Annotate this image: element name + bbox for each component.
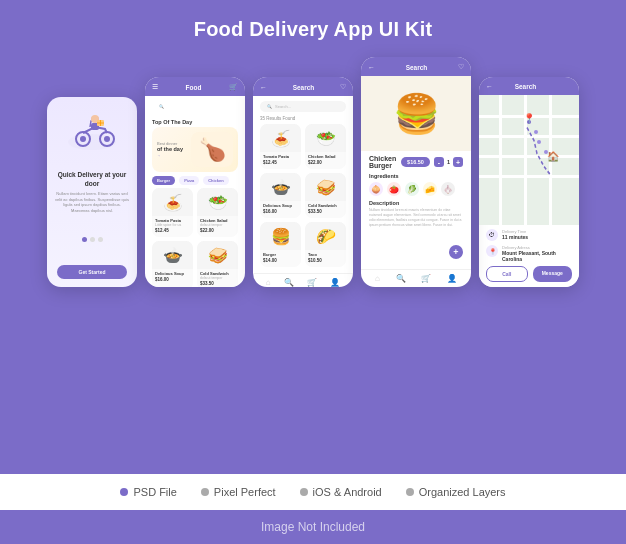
nav-search-4[interactable]: 🔍 [396,274,406,283]
feature-label-ios: iOS & Android [313,486,382,498]
food-card-3[interactable]: 🍲 Delicious Soup $16.00 [152,241,193,287]
food-card-sub-2: dola ut tempor [200,223,235,227]
svg-point-4 [104,136,110,142]
nav-cart-4[interactable]: 🛒 [421,274,431,283]
results-label: 35 Results Found [253,114,353,124]
detail-item-name: Chicken Burger [369,155,401,169]
qty-increase[interactable]: + [453,157,463,167]
search-food-grid: 🍝 Tomato Pasta $12.45 🥗 Chicken Salad $2… [253,124,353,273]
delivery-time-icon: ⏱ [486,229,498,241]
top-of-day-label: Top Of The Day [145,116,245,127]
detail-hero-image: 🍔 [361,76,471,151]
food-header: ☰ Food 🛒 [145,77,245,96]
map-phone-header: ← Search [479,77,579,95]
phone-search-results: ← Search ♡ 🔍 Search... 35 Results Found … [253,77,353,287]
search-card-3[interactable]: 🍲 Delicious Soup $16.00 [260,173,301,218]
food-card-info-2: Chicken Salad dola ut tempor $22.00 [197,216,238,233]
description-title: Description [369,200,463,206]
search-card-price-6: $10.50 [308,258,343,263]
nav-search-3[interactable]: 🔍 [284,278,294,287]
back-icon[interactable]: ← [260,84,267,91]
featured-main: of the day [157,146,183,153]
delivery-time-value: 11 minutes [502,234,528,240]
feature-dot-layers [406,488,414,496]
search-card-price-4: $33.50 [308,209,343,214]
phone-food-listing: ☰ Food 🛒 🔍 Search... Top Of The Day Best… [145,77,245,287]
search-card-img-5: 🍔 [260,222,301,250]
item-price-badge: $16.50 [401,157,430,167]
food-card-1[interactable]: 🍝 Tomato Pasta Little spice for us $12.4… [152,188,193,237]
food-card-sub-4: dola ut tempor [200,276,235,280]
description-section: Description Nullam tincidunt lorem at ma… [361,198,471,230]
phone-delivery-tracking: ← Search [479,77,579,287]
message-button[interactable]: Message [533,266,573,282]
get-started-button[interactable]: Get Started [57,265,127,279]
delivery-address-row: 📍 Delivery Adress Mount Pleasant, South … [486,245,572,262]
featured-card: Best dinner of the day → 🍗 [152,127,238,172]
qty-decrease[interactable]: - [434,157,444,167]
detail-back-icon[interactable]: ← [368,64,375,71]
food-card-2[interactable]: 🥗 Chicken Salad dola ut tempor $22.00 [197,188,238,237]
search-card-6[interactable]: 🌮 Taco $10.50 [305,222,346,267]
welcome-text: Quick Delivery at your door Nullam tinci… [55,171,129,213]
welcome-subtitle: Nullam tincidunt lorem. Etiam varius sed… [55,191,129,213]
category-row: Burger Pizza Chicken [145,176,245,185]
cat-chicken[interactable]: Chicken [203,176,229,185]
search-card-4[interactable]: 🥪 Cold Sandwich $33.50 [305,173,346,218]
feature-psd: PSD File [120,486,176,498]
ingredients-title: Ingredients [369,173,463,179]
detail-phone-header: ← Search ♡ [361,57,471,76]
food-header-title: Food [186,84,202,91]
ing-lettuce: 🥬 [405,182,419,196]
map-back-icon[interactable]: ← [486,83,493,90]
cat-burger[interactable]: Burger [152,176,175,185]
search-card-1[interactable]: 🍝 Tomato Pasta $12.45 [260,124,301,169]
add-to-cart-button[interactable]: + [449,245,463,259]
welcome-title: Quick Delivery at your door [55,171,129,188]
food-card-4[interactable]: 🥪 Cold Sandwich dola ut tempor $33.50 [197,241,238,287]
search-card-price-1: $12.45 [263,160,298,165]
nav-home-3[interactable]: ⌂ [266,278,271,287]
detail-header-title: Search [406,64,428,71]
menu-icon[interactable]: ☰ [152,83,158,91]
delivery-address-value: Mount Pleasant, South Carolina [502,250,572,262]
search-card-5[interactable]: 🍔 Burger $14.00 [260,222,301,267]
nav-profile-4[interactable]: 👤 [447,274,457,283]
nav-profile-3[interactable]: 👤 [330,278,340,287]
search-card-2[interactable]: 🥗 Chicken Salad $22.00 [305,124,346,169]
food-search-bar[interactable]: 🔍 Search... [152,101,238,112]
search-card-info-2: Chicken Salad $22.00 [305,152,346,165]
feature-dot-ios [300,488,308,496]
search-card-price-3: $16.00 [263,209,298,214]
search-card-price-5: $14.00 [263,258,298,263]
search-bar-3[interactable]: 🔍 Search... [260,101,346,112]
cart-icon[interactable]: 🛒 [229,83,238,91]
food-grid: 🍝 Tomato Pasta Little spice for us $12.4… [145,188,245,287]
featured-link[interactable]: → [157,154,183,158]
call-button[interactable]: Call [486,266,528,282]
food-card-price-1: $12.45 [155,228,190,233]
search-placeholder-3: Search... [275,104,291,109]
food-card-info-3: Delicious Soup $16.00 [152,269,193,282]
search-card-name-1: Tomato Pasta [263,154,298,159]
food-card-img-4: 🥪 [197,241,238,269]
nav-cart-3[interactable]: 🛒 [307,278,317,287]
search-placeholder: Search... [167,104,183,109]
phone-onboarding: Quick Delivery at your door Nullam tinci… [47,97,137,287]
phone-item-detail: ← Search ♡ 🍔 Chicken Burger $16.50 - 1 + [361,57,471,287]
svg-point-2 [80,136,86,142]
food-card-img-1: 🍝 [152,188,193,216]
search-card-name-3: Delicious Soup [263,203,298,208]
food-card-price-2: $22.00 [200,228,235,233]
favorite-icon[interactable]: ♡ [340,83,346,91]
nav-home-4[interactable]: ⌂ [375,274,380,283]
phones-row: Quick Delivery at your door Nullam tinci… [47,57,579,287]
dot-3 [98,237,103,242]
qty-number: 1 [447,159,450,165]
detail-favorite-icon[interactable]: ♡ [458,63,464,71]
delivery-address-icon: 📍 [486,245,498,257]
cat-pizza[interactable]: Pizza [179,176,199,185]
search-card-info-1: Tomato Pasta $12.45 [260,152,301,165]
feature-label-layers: Organized Layers [419,486,506,498]
qty-controls: - 1 + [434,157,463,167]
